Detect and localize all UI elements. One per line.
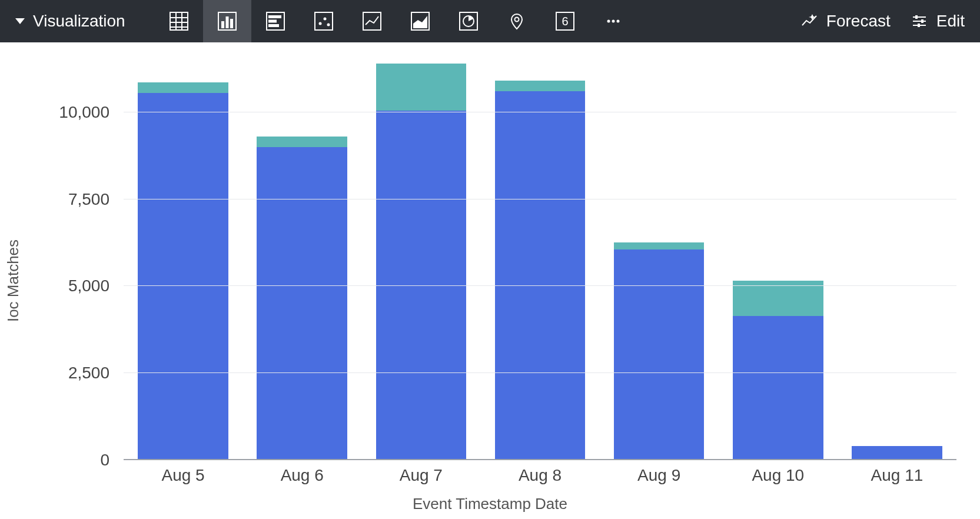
chart-type-scatter[interactable] <box>300 0 348 42</box>
bars-container <box>124 60 956 460</box>
chart-type-bar-horizontal[interactable] <box>251 0 300 42</box>
y-axis-ticks: 02,5005,0007,50010,000 <box>0 60 118 460</box>
forecast-icon <box>800 12 818 30</box>
bar-stack[interactable] <box>733 281 823 460</box>
svg-rect-8 <box>225 16 228 28</box>
bar-segment-series2 <box>138 82 228 93</box>
area-chart-icon <box>410 11 431 32</box>
x-tick-label: Aug 6 <box>242 466 361 490</box>
bar-segment-series2 <box>495 81 586 91</box>
bar-segment-series2 <box>376 64 467 111</box>
bar-slot <box>600 60 719 460</box>
edit-button[interactable]: Edit <box>911 12 965 31</box>
visualization-dropdown-label: Visualization <box>33 12 125 31</box>
bar-stack[interactable] <box>257 137 347 460</box>
bar-segment-series2 <box>614 242 705 249</box>
svg-rect-9 <box>230 19 233 28</box>
bar-segment-series2 <box>257 137 347 147</box>
viz-toolbar: Visualization <box>0 0 980 42</box>
svg-rect-34 <box>918 24 920 27</box>
bar-stack[interactable] <box>138 82 228 460</box>
svg-rect-32 <box>915 15 918 19</box>
more-icon <box>603 11 624 32</box>
svg-point-17 <box>327 24 330 26</box>
y-tick-label: 2,500 <box>68 364 109 382</box>
svg-rect-7 <box>221 21 224 28</box>
bar-slot <box>838 60 956 460</box>
single-value-icon: 6 <box>554 11 576 32</box>
y-tick-label: 5,000 <box>68 277 109 295</box>
bar-slot <box>242 60 361 460</box>
bar-segment-series1 <box>733 316 823 460</box>
gridline <box>124 285 956 286</box>
bar-segment-series1 <box>614 249 705 460</box>
x-axis-ticks: Aug 5Aug 6Aug 7Aug 8Aug 9Aug 10Aug 11 <box>124 466 956 490</box>
x-tick-label: Aug 7 <box>361 466 480 490</box>
chart-area: Ioc Matches 02,5005,0007,50010,000 Aug 5… <box>0 42 980 519</box>
gridline <box>124 112 956 112</box>
sliders-icon <box>911 12 928 30</box>
svg-rect-11 <box>268 15 281 18</box>
chart-type-table[interactable] <box>155 0 203 42</box>
x-tick-label: Aug 11 <box>838 466 956 490</box>
svg-text:6: 6 <box>562 15 568 28</box>
chart-type-map[interactable] <box>493 0 541 42</box>
forecast-button[interactable]: Forecast <box>800 12 891 31</box>
edit-label: Edit <box>936 12 965 31</box>
svg-rect-33 <box>921 19 923 23</box>
chart-type-column[interactable] <box>203 0 251 42</box>
chart-type-area[interactable] <box>396 0 444 42</box>
bar-stack[interactable] <box>614 242 705 460</box>
map-pin-icon <box>506 11 527 32</box>
svg-point-15 <box>318 22 321 25</box>
y-tick-label: 0 <box>100 451 109 470</box>
chart-type-pie[interactable] <box>444 0 493 42</box>
svg-point-26 <box>607 20 610 23</box>
x-axis-title: Event Timestamp Date <box>0 495 980 513</box>
line-chart-icon <box>361 11 383 32</box>
visualization-dropdown[interactable]: Visualization <box>6 0 135 42</box>
pie-chart-icon <box>458 11 479 32</box>
chart-type-line[interactable] <box>348 0 396 42</box>
y-tick-label: 10,000 <box>59 103 109 122</box>
caret-down-icon <box>15 18 25 24</box>
svg-rect-12 <box>268 20 277 23</box>
svg-point-23 <box>514 18 519 22</box>
bar-slot <box>719 60 838 460</box>
column-chart-icon <box>217 11 238 32</box>
svg-point-28 <box>616 20 619 23</box>
x-tick-label: Aug 5 <box>124 466 242 490</box>
bar-segment-series1 <box>852 446 942 460</box>
svg-point-27 <box>612 20 614 23</box>
chart-type-picker: 6 <box>155 0 637 42</box>
plot-region <box>124 60 956 460</box>
bar-segment-series1 <box>138 93 228 460</box>
scatter-icon <box>313 11 334 32</box>
bar-stack[interactable] <box>376 64 467 460</box>
bar-stack[interactable] <box>852 446 942 460</box>
x-tick-label: Aug 9 <box>600 466 719 490</box>
toolbar-right-actions: Forecast Edit <box>800 0 969 42</box>
svg-rect-14 <box>315 12 333 30</box>
svg-marker-20 <box>413 16 427 28</box>
forecast-label: Forecast <box>826 12 891 31</box>
y-tick-label: 7,500 <box>68 190 109 209</box>
bar-segment-series1 <box>257 147 347 460</box>
chart-type-single-value[interactable]: 6 <box>541 0 589 42</box>
x-tick-label: Aug 8 <box>480 466 599 490</box>
x-tick-label: Aug 10 <box>719 466 838 490</box>
table-icon <box>168 11 190 32</box>
bar-segment-series1 <box>495 91 586 460</box>
bar-stack[interactable] <box>495 81 586 460</box>
svg-point-16 <box>323 18 326 21</box>
bar-slot <box>480 60 599 460</box>
svg-rect-18 <box>363 12 381 30</box>
svg-rect-13 <box>268 24 279 27</box>
gridline <box>124 199 956 199</box>
gridline <box>124 459 956 460</box>
gridline <box>124 372 956 373</box>
bar-horizontal-icon <box>265 11 286 32</box>
bar-slot <box>361 60 480 460</box>
bar-slot <box>124 60 242 460</box>
chart-type-more[interactable] <box>589 0 637 42</box>
